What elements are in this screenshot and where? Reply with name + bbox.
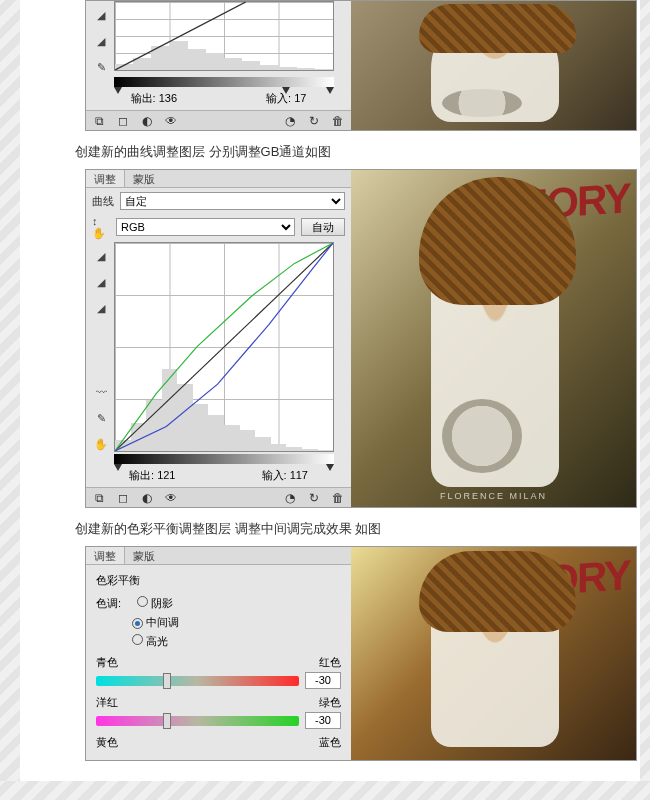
curves-preset-select[interactable]: 自定 (120, 192, 345, 210)
green-label: 绿色 (319, 695, 341, 710)
new-adjust-icon[interactable]: ◻ (116, 114, 130, 128)
panel-bottom-bar-2: ⧉ ◻ ◐ 👁 ◔ ↻ 🗑 (86, 487, 351, 507)
trash-icon[interactable]: 🗑 (331, 491, 345, 505)
tab-mask-3[interactable]: 蒙版 (125, 547, 163, 564)
tab-adjust-3[interactable]: 调整 (86, 547, 125, 564)
new-adjust-icon[interactable]: ◻ (116, 491, 130, 505)
eyedropper-white-icon[interactable]: ◢ (93, 7, 109, 23)
reset-icon[interactable]: ↻ (307, 114, 321, 128)
io-readout-2: 输出: 121 输入: 117 (86, 464, 351, 487)
color-balance-block: 调整 蒙版 色彩平衡 色调: 阴影 中间调 高光 青色 (85, 546, 637, 761)
input-gradient[interactable] (114, 77, 334, 87)
yellow-label: 黄色 (96, 735, 118, 750)
curves-block-2: 调整 蒙版 曲线 自定 ↕✋ RGB 自动 ◢ ◢ ◢ (85, 169, 637, 508)
panel-tabs-2: 调整 蒙版 (86, 170, 351, 188)
radio-midtones[interactable] (132, 618, 143, 629)
smooth-curve-icon[interactable]: 〰 (93, 384, 109, 400)
preview-3: HORY (351, 547, 636, 760)
target-adjust-icon[interactable]: ↕✋ (92, 219, 110, 235)
magenta-label: 洋红 (96, 695, 118, 710)
step2-caption: 创建新的曲线调整图层 分别调整GB通道如图 (75, 143, 640, 161)
magenta-green-slider[interactable] (96, 716, 299, 726)
prev-state-icon[interactable]: ◔ (283, 491, 297, 505)
brand-strip: FLORENCE MILAN (351, 491, 636, 501)
tab-adjust[interactable]: 调整 (86, 170, 125, 187)
auto-button[interactable]: 自动 (301, 218, 345, 236)
pencil-curve-icon[interactable]: ✎ (93, 410, 109, 426)
curve-graph-2[interactable] (114, 242, 334, 452)
color-balance-title: 色彩平衡 (96, 573, 341, 588)
prev-state-icon[interactable]: ◔ (283, 114, 297, 128)
svg-line-0 (115, 2, 246, 70)
red-label: 红色 (319, 655, 341, 670)
step3-caption: 创建新的色彩平衡调整图层 调整中间调完成效果 如图 (75, 520, 640, 538)
visibility-icon[interactable]: 👁 (164, 491, 178, 505)
cyan-red-value[interactable]: -30 (305, 672, 341, 689)
eyedrop-gray-icon[interactable]: ◢ (93, 274, 109, 290)
preview-2: HORY FLORENCE MILAN (351, 170, 636, 507)
preset-label: 曲线 (92, 194, 114, 209)
cyan-label: 青色 (96, 655, 118, 670)
curves-panel-1: ◢ ◢ ✎ 输出: 13 (86, 1, 351, 130)
reset-icon[interactable]: ↻ (307, 491, 321, 505)
mask-circle-icon[interactable]: ◐ (140, 491, 154, 505)
eyedrop-black-icon[interactable]: ◢ (93, 248, 109, 264)
eyedropper-gray-icon[interactable]: ◢ (93, 33, 109, 49)
clip-icon[interactable]: ⧉ (92, 491, 106, 505)
hand-icon[interactable]: ✋ (93, 436, 109, 452)
mask-circle-icon[interactable]: ◐ (140, 114, 154, 128)
eyedrop-white-icon[interactable]: ◢ (93, 300, 109, 316)
clip-icon[interactable]: ⧉ (92, 114, 106, 128)
color-balance-panel: 调整 蒙版 色彩平衡 色调: 阴影 中间调 高光 青色 (86, 547, 351, 760)
trash-icon[interactable]: 🗑 (331, 114, 345, 128)
input-gradient-2[interactable] (114, 454, 334, 464)
tone-label: 色调: (96, 596, 121, 611)
magenta-green-value[interactable]: -30 (305, 712, 341, 729)
blue-label: 蓝色 (319, 735, 341, 750)
panel-bottom-bar-1: ⧉ ◻ ◐ 👁 ◔ ↻ 🗑 (86, 110, 351, 130)
preview-1 (351, 1, 636, 130)
pencil-icon[interactable]: ✎ (93, 59, 109, 75)
curve-graph-1[interactable] (114, 1, 334, 71)
visibility-icon[interactable]: 👁 (164, 114, 178, 128)
curves-block-1: ◢ ◢ ✎ 输出: 13 (85, 0, 637, 131)
radio-highlights[interactable] (132, 634, 143, 645)
channel-select[interactable]: RGB (116, 218, 295, 236)
cyan-red-slider[interactable] (96, 676, 299, 686)
tab-mask[interactable]: 蒙版 (125, 170, 163, 187)
io-readout-1: 输出: 136 输入: 17 (86, 87, 351, 110)
radio-shadows[interactable] (137, 596, 148, 607)
curves-panel-2: 调整 蒙版 曲线 自定 ↕✋ RGB 自动 ◢ ◢ ◢ (86, 170, 351, 507)
